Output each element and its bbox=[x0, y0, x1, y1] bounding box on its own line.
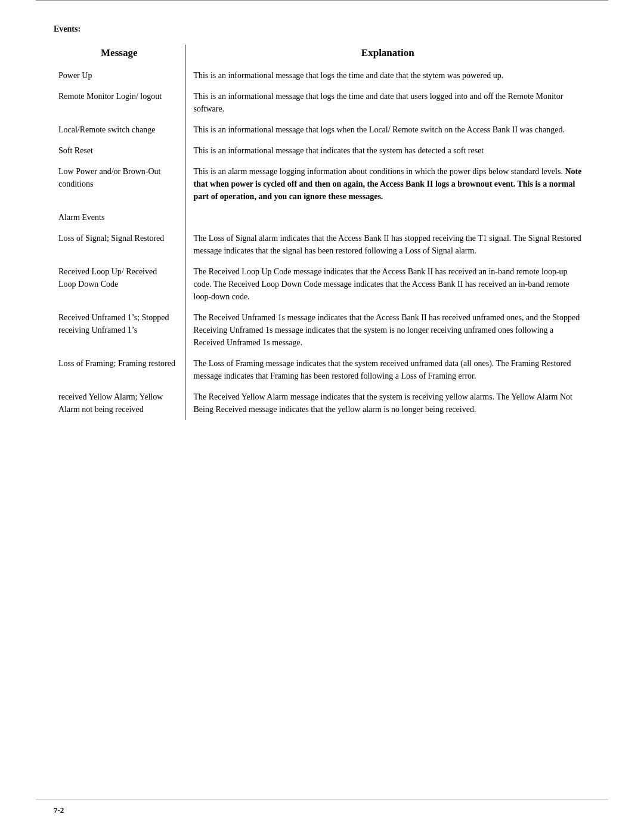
explanation-cell: The Received Loop Up Code message indica… bbox=[185, 261, 590, 307]
message-cell: Soft Reset bbox=[54, 140, 185, 161]
events-label: Events: bbox=[54, 24, 590, 34]
message-cell: Received Unframed 1’s; Stopped receiving… bbox=[54, 307, 185, 353]
table-row: Received Loop Up/ Received Loop Down Cod… bbox=[54, 261, 590, 307]
explanation-cell: This is an alarm message logging informa… bbox=[185, 161, 590, 207]
content-area: Events: Message Explanation Power Up Thi… bbox=[0, 1, 644, 467]
explanation-cell: This is an informational message that lo… bbox=[185, 119, 590, 140]
explanation-cell bbox=[185, 207, 590, 228]
col-message-header: Message bbox=[54, 45, 185, 65]
explanation-cell: The Loss of Framing message indicates th… bbox=[185, 353, 590, 386]
bottom-rule bbox=[36, 800, 608, 800]
message-cell: Received Loop Up/ Received Loop Down Cod… bbox=[54, 261, 185, 307]
table-row: received Yellow Alarm; Yellow Alarm not … bbox=[54, 386, 590, 420]
table-row: Alarm Events bbox=[54, 207, 590, 228]
message-cell: Alarm Events bbox=[54, 207, 185, 228]
message-cell: Loss of Framing; Framing restored bbox=[54, 353, 185, 386]
explanation-cell: This is an informational message that lo… bbox=[185, 65, 590, 86]
message-cell: received Yellow Alarm; Yellow Alarm not … bbox=[54, 386, 185, 420]
message-cell: Remote Monitor Login/ logout bbox=[54, 86, 185, 119]
explanation-cell: This is an informational message that lo… bbox=[185, 86, 590, 119]
table-row: Power Up This is an informational messag… bbox=[54, 65, 590, 86]
message-cell: Low Power and/or Brown-Out conditions bbox=[54, 161, 185, 207]
page-container: Events: Message Explanation Power Up Thi… bbox=[0, 0, 644, 833]
table-row: Loss of Signal; Signal Restored The Loss… bbox=[54, 228, 590, 261]
table-row: Received Unframed 1’s; Stopped receiving… bbox=[54, 307, 590, 353]
message-cell: Local/Remote switch change bbox=[54, 119, 185, 140]
table-row: Loss of Framing; Framing restored The Lo… bbox=[54, 353, 590, 386]
table-row: Soft Reset This is an informational mess… bbox=[54, 140, 590, 161]
explanation-cell: The Loss of Signal alarm indicates that … bbox=[185, 228, 590, 261]
events-table: Message Explanation Power Up This is an … bbox=[54, 45, 590, 420]
explanation-cell: The Received Unframed 1s message indicat… bbox=[185, 307, 590, 353]
table-row: Low Power and/or Brown-Out conditions Th… bbox=[54, 161, 590, 207]
col-explanation-header: Explanation bbox=[185, 45, 590, 65]
table-row: Local/Remote switch change This is an in… bbox=[54, 119, 590, 140]
page-footer: 7-2 bbox=[54, 806, 64, 815]
message-cell: Loss of Signal; Signal Restored bbox=[54, 228, 185, 261]
bold-note: Note that when power is cycled off and t… bbox=[194, 167, 582, 201]
message-cell: Power Up bbox=[54, 65, 185, 86]
explanation-cell: This is an informational message that in… bbox=[185, 140, 590, 161]
explanation-cell: The Received Yellow Alarm message indica… bbox=[185, 386, 590, 420]
table-row: Remote Monitor Login/ logout This is an … bbox=[54, 86, 590, 119]
